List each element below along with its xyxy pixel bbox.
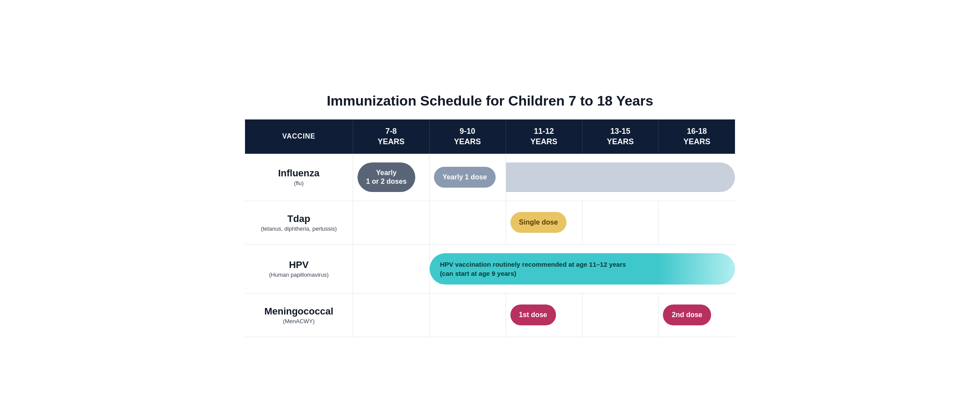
influenza-row: Influenza (flu) Yearly1 or 2 doses Yearl… [245,154,735,201]
meningococcal-16-18-cell: 2nd dose [659,293,735,337]
meningococcal-2nd-dose-pill: 2nd dose [663,304,711,325]
hpv-fade-bar [659,253,735,285]
meningococcal-9-10-cell [429,293,506,337]
influenza-9-10-cell: Yearly 1 dose [429,154,506,201]
meningococcal-vaccine-cell: Meningococcal (MenACWY) [245,293,353,337]
tdap-9-10-cell [429,201,506,244]
tdap-sub: (tetanus, diphtheria, pertussis) [250,225,348,232]
schedule-table: VACCINE 7-8YEARS 9-10YEARS 11-12YEARS 13… [245,119,735,337]
influenza-11-18-cell [506,154,735,201]
influenza-continuation-bar [506,162,735,192]
tdap-7-8-cell [353,201,429,244]
age-11-12-header: 11-12YEARS [506,119,582,154]
schedule-container: Immunization Schedule for Children 7 to … [245,80,735,337]
vaccine-column-header: VACCINE [245,119,353,154]
influenza-name: Influenza [250,168,348,179]
age-13-15-header: 13-15YEARS [582,119,659,154]
hpv-16-18-cell [659,244,735,293]
tdap-16-18-cell [659,201,735,244]
hpv-9-15-cell: HPV vaccination routinely recommended at… [429,244,659,293]
age-9-10-header: 9-10YEARS [429,119,506,154]
influenza-9-10-pill: Yearly 1 dose [434,167,496,188]
tdap-13-15-cell [582,201,659,244]
tdap-row: Tdap (tetanus, diphtheria, pertussis) Si… [245,201,735,244]
influenza-sub: (flu) [250,180,348,186]
tdap-name: Tdap [250,213,348,225]
header-row: VACCINE 7-8YEARS 9-10YEARS 11-12YEARS 13… [245,119,735,154]
meningococcal-name: Meningococcal [250,306,348,317]
influenza-7-8-pill: Yearly1 or 2 doses [358,162,415,192]
hpv-7-8-cell [353,244,429,293]
hpv-name: HPV [250,259,348,271]
page-title: Immunization Schedule for Children 7 to … [245,80,735,119]
age-7-8-header: 7-8YEARS [353,119,429,154]
meningococcal-row: Meningococcal (MenACWY) 1st dose 2nd dos… [245,293,735,337]
meningococcal-sub: (MenACWY) [250,318,348,324]
hpv-sub: (Human papillomavirus) [250,271,348,278]
influenza-7-8-cell: Yearly1 or 2 doses [353,154,429,201]
meningococcal-1st-dose-pill: 1st dose [510,304,556,325]
meningococcal-13-15-cell [582,293,659,337]
age-16-18-header: 16-18YEARS [659,119,735,154]
hpv-main-bar: HPV vaccination routinely recommended at… [430,253,659,285]
influenza-vaccine-cell: Influenza (flu) [245,154,353,201]
tdap-vaccine-cell: Tdap (tetanus, diphtheria, pertussis) [245,201,353,244]
meningococcal-7-8-cell [353,293,429,337]
tdap-single-dose-pill: Single dose [510,212,567,233]
tdap-11-12-cell: Single dose [506,201,582,244]
hpv-row: HPV (Human papillomavirus) HPV vaccinati… [245,244,735,293]
meningococcal-11-12-cell: 1st dose [506,293,582,337]
hpv-vaccine-cell: HPV (Human papillomavirus) [245,244,353,293]
